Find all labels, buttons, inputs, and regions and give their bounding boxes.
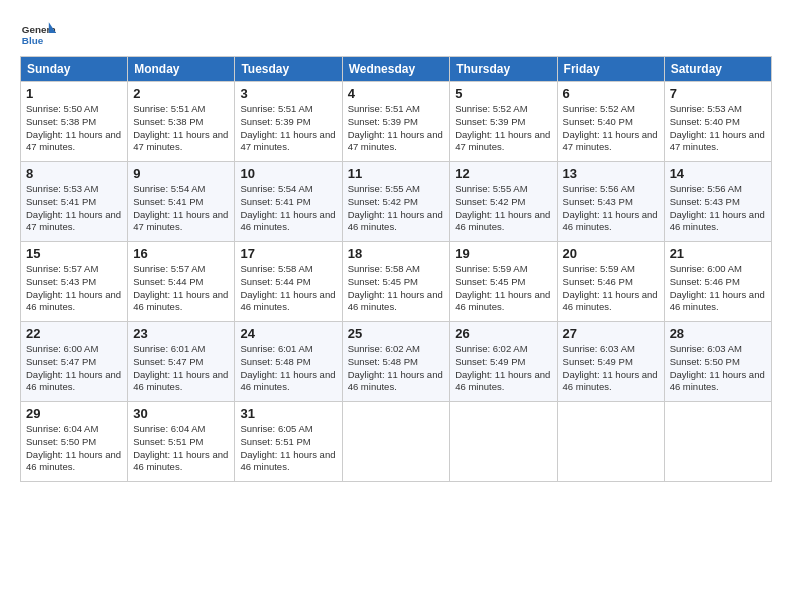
day-content: Sunrise: 5:57 AMSunset: 5:43 PMDaylight:… [26, 263, 122, 314]
calendar-cell: 28Sunrise: 6:03 AMSunset: 5:50 PMDayligh… [664, 322, 771, 402]
day-content: Sunrise: 5:52 AMSunset: 5:39 PMDaylight:… [455, 103, 551, 154]
calendar-cell: 10Sunrise: 5:54 AMSunset: 5:41 PMDayligh… [235, 162, 342, 242]
calendar-cell [557, 402, 664, 482]
week-row-5: 29Sunrise: 6:04 AMSunset: 5:50 PMDayligh… [21, 402, 772, 482]
calendar-cell: 4Sunrise: 5:51 AMSunset: 5:39 PMDaylight… [342, 82, 450, 162]
day-number: 25 [348, 326, 445, 341]
day-content: Sunrise: 5:58 AMSunset: 5:45 PMDaylight:… [348, 263, 445, 314]
calendar-cell: 7Sunrise: 5:53 AMSunset: 5:40 PMDaylight… [664, 82, 771, 162]
day-number: 9 [133, 166, 229, 181]
calendar-cell: 31Sunrise: 6:05 AMSunset: 5:51 PMDayligh… [235, 402, 342, 482]
day-number: 6 [563, 86, 659, 101]
column-header-thursday: Thursday [450, 57, 557, 82]
day-number: 5 [455, 86, 551, 101]
day-content: Sunrise: 6:01 AMSunset: 5:47 PMDaylight:… [133, 343, 229, 394]
day-number: 17 [240, 246, 336, 261]
day-number: 7 [670, 86, 766, 101]
day-number: 24 [240, 326, 336, 341]
day-content: Sunrise: 5:51 AMSunset: 5:39 PMDaylight:… [348, 103, 445, 154]
calendar-cell: 20Sunrise: 5:59 AMSunset: 5:46 PMDayligh… [557, 242, 664, 322]
day-number: 28 [670, 326, 766, 341]
day-content: Sunrise: 6:03 AMSunset: 5:49 PMDaylight:… [563, 343, 659, 394]
day-content: Sunrise: 6:01 AMSunset: 5:48 PMDaylight:… [240, 343, 336, 394]
day-number: 13 [563, 166, 659, 181]
calendar-cell: 14Sunrise: 5:56 AMSunset: 5:43 PMDayligh… [664, 162, 771, 242]
day-number: 14 [670, 166, 766, 181]
day-number: 26 [455, 326, 551, 341]
day-content: Sunrise: 6:04 AMSunset: 5:50 PMDaylight:… [26, 423, 122, 474]
day-content: Sunrise: 5:56 AMSunset: 5:43 PMDaylight:… [670, 183, 766, 234]
calendar-cell: 19Sunrise: 5:59 AMSunset: 5:45 PMDayligh… [450, 242, 557, 322]
week-row-3: 15Sunrise: 5:57 AMSunset: 5:43 PMDayligh… [21, 242, 772, 322]
column-header-sunday: Sunday [21, 57, 128, 82]
calendar-cell: 2Sunrise: 5:51 AMSunset: 5:38 PMDaylight… [128, 82, 235, 162]
day-number: 16 [133, 246, 229, 261]
calendar-cell: 3Sunrise: 5:51 AMSunset: 5:39 PMDaylight… [235, 82, 342, 162]
day-number: 10 [240, 166, 336, 181]
calendar-cell: 27Sunrise: 6:03 AMSunset: 5:49 PMDayligh… [557, 322, 664, 402]
logo: General Blue [20, 20, 56, 48]
day-content: Sunrise: 5:50 AMSunset: 5:38 PMDaylight:… [26, 103, 122, 154]
day-content: Sunrise: 5:52 AMSunset: 5:40 PMDaylight:… [563, 103, 659, 154]
calendar-cell: 1Sunrise: 5:50 AMSunset: 5:38 PMDaylight… [21, 82, 128, 162]
day-content: Sunrise: 5:51 AMSunset: 5:38 PMDaylight:… [133, 103, 229, 154]
day-content: Sunrise: 6:05 AMSunset: 5:51 PMDaylight:… [240, 423, 336, 474]
page-header: General Blue [20, 20, 772, 48]
day-number: 15 [26, 246, 122, 261]
day-content: Sunrise: 5:57 AMSunset: 5:44 PMDaylight:… [133, 263, 229, 314]
calendar-cell: 21Sunrise: 6:00 AMSunset: 5:46 PMDayligh… [664, 242, 771, 322]
calendar-cell [664, 402, 771, 482]
calendar-cell: 17Sunrise: 5:58 AMSunset: 5:44 PMDayligh… [235, 242, 342, 322]
day-number: 11 [348, 166, 445, 181]
calendar-cell: 5Sunrise: 5:52 AMSunset: 5:39 PMDaylight… [450, 82, 557, 162]
day-number: 12 [455, 166, 551, 181]
day-content: Sunrise: 5:55 AMSunset: 5:42 PMDaylight:… [348, 183, 445, 234]
calendar-cell: 24Sunrise: 6:01 AMSunset: 5:48 PMDayligh… [235, 322, 342, 402]
calendar-cell [450, 402, 557, 482]
day-content: Sunrise: 5:55 AMSunset: 5:42 PMDaylight:… [455, 183, 551, 234]
day-number: 8 [26, 166, 122, 181]
calendar-table: SundayMondayTuesdayWednesdayThursdayFrid… [20, 56, 772, 482]
day-number: 30 [133, 406, 229, 421]
week-row-1: 1Sunrise: 5:50 AMSunset: 5:38 PMDaylight… [21, 82, 772, 162]
day-number: 3 [240, 86, 336, 101]
day-content: Sunrise: 6:04 AMSunset: 5:51 PMDaylight:… [133, 423, 229, 474]
svg-text:Blue: Blue [22, 35, 44, 46]
day-content: Sunrise: 6:02 AMSunset: 5:48 PMDaylight:… [348, 343, 445, 394]
column-header-wednesday: Wednesday [342, 57, 450, 82]
day-number: 20 [563, 246, 659, 261]
day-content: Sunrise: 5:56 AMSunset: 5:43 PMDaylight:… [563, 183, 659, 234]
day-number: 21 [670, 246, 766, 261]
day-number: 31 [240, 406, 336, 421]
day-number: 23 [133, 326, 229, 341]
calendar-cell: 18Sunrise: 5:58 AMSunset: 5:45 PMDayligh… [342, 242, 450, 322]
column-header-monday: Monday [128, 57, 235, 82]
week-row-2: 8Sunrise: 5:53 AMSunset: 5:41 PMDaylight… [21, 162, 772, 242]
day-content: Sunrise: 6:02 AMSunset: 5:49 PMDaylight:… [455, 343, 551, 394]
day-content: Sunrise: 5:53 AMSunset: 5:41 PMDaylight:… [26, 183, 122, 234]
day-content: Sunrise: 5:59 AMSunset: 5:45 PMDaylight:… [455, 263, 551, 314]
day-number: 18 [348, 246, 445, 261]
logo-icon: General Blue [20, 20, 56, 48]
day-number: 4 [348, 86, 445, 101]
calendar-cell: 29Sunrise: 6:04 AMSunset: 5:50 PMDayligh… [21, 402, 128, 482]
column-header-saturday: Saturday [664, 57, 771, 82]
day-content: Sunrise: 5:53 AMSunset: 5:40 PMDaylight:… [670, 103, 766, 154]
calendar-cell: 12Sunrise: 5:55 AMSunset: 5:42 PMDayligh… [450, 162, 557, 242]
calendar-cell: 11Sunrise: 5:55 AMSunset: 5:42 PMDayligh… [342, 162, 450, 242]
calendar-cell: 8Sunrise: 5:53 AMSunset: 5:41 PMDaylight… [21, 162, 128, 242]
calendar-cell: 23Sunrise: 6:01 AMSunset: 5:47 PMDayligh… [128, 322, 235, 402]
calendar-cell [342, 402, 450, 482]
day-content: Sunrise: 5:54 AMSunset: 5:41 PMDaylight:… [240, 183, 336, 234]
day-content: Sunrise: 5:59 AMSunset: 5:46 PMDaylight:… [563, 263, 659, 314]
calendar-cell: 30Sunrise: 6:04 AMSunset: 5:51 PMDayligh… [128, 402, 235, 482]
day-content: Sunrise: 5:51 AMSunset: 5:39 PMDaylight:… [240, 103, 336, 154]
day-content: Sunrise: 6:00 AMSunset: 5:46 PMDaylight:… [670, 263, 766, 314]
calendar-cell: 13Sunrise: 5:56 AMSunset: 5:43 PMDayligh… [557, 162, 664, 242]
calendar-cell: 25Sunrise: 6:02 AMSunset: 5:48 PMDayligh… [342, 322, 450, 402]
day-content: Sunrise: 5:54 AMSunset: 5:41 PMDaylight:… [133, 183, 229, 234]
calendar-cell: 15Sunrise: 5:57 AMSunset: 5:43 PMDayligh… [21, 242, 128, 322]
day-content: Sunrise: 6:03 AMSunset: 5:50 PMDaylight:… [670, 343, 766, 394]
day-number: 19 [455, 246, 551, 261]
column-header-tuesday: Tuesday [235, 57, 342, 82]
